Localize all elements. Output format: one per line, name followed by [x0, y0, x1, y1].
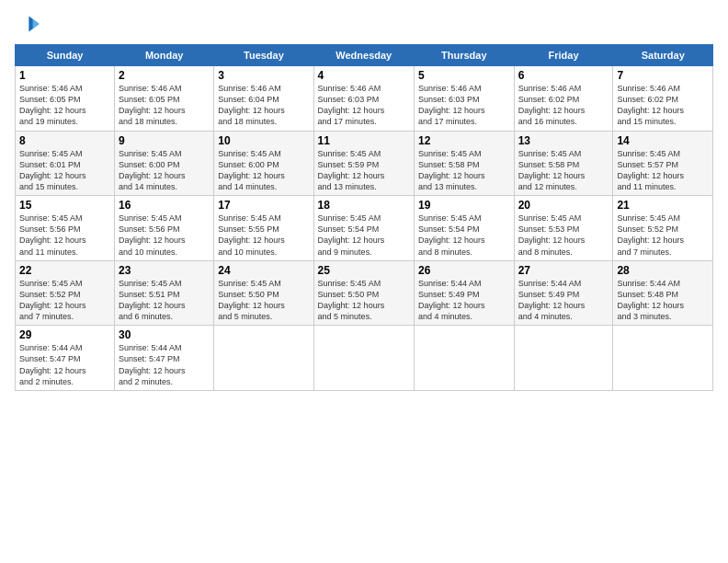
- logo-icon: [15, 11, 40, 37]
- calendar-cell: 29Sunrise: 5:44 AM Sunset: 5:47 PM Dayli…: [16, 326, 115, 391]
- calendar-cell: 30Sunrise: 5:44 AM Sunset: 5:47 PM Dayli…: [115, 326, 214, 391]
- calendar-cell: 16Sunrise: 5:45 AM Sunset: 5:56 PM Dayli…: [115, 196, 214, 261]
- day-info: Sunrise: 5:44 AM Sunset: 5:47 PM Dayligh…: [19, 342, 110, 387]
- calendar-cell: 26Sunrise: 5:44 AM Sunset: 5:49 PM Dayli…: [414, 260, 514, 326]
- calendar-cell: 27Sunrise: 5:44 AM Sunset: 5:49 PM Dayli…: [514, 260, 613, 326]
- day-number: 24: [218, 264, 309, 277]
- day-number: 25: [318, 264, 410, 277]
- day-number: 14: [617, 134, 709, 147]
- calendar-cell: 17Sunrise: 5:45 AM Sunset: 5:55 PM Dayli…: [214, 196, 313, 261]
- day-info: Sunrise: 5:45 AM Sunset: 5:52 PM Dayligh…: [617, 213, 709, 258]
- week-row-4: 22Sunrise: 5:45 AM Sunset: 5:52 PM Dayli…: [16, 260, 713, 326]
- day-number: 16: [119, 199, 210, 212]
- day-info: Sunrise: 5:45 AM Sunset: 5:58 PM Dayligh…: [518, 148, 609, 193]
- day-info: Sunrise: 5:46 AM Sunset: 6:04 PM Dayligh…: [218, 83, 309, 128]
- week-row-1: 1Sunrise: 5:46 AM Sunset: 6:05 PM Daylig…: [16, 66, 713, 132]
- calendar-cell: [514, 326, 613, 391]
- day-info: Sunrise: 5:45 AM Sunset: 5:53 PM Dayligh…: [518, 213, 609, 258]
- day-number: 19: [418, 199, 510, 212]
- day-info: Sunrise: 5:44 AM Sunset: 5:47 PM Dayligh…: [119, 342, 210, 387]
- calendar-cell: 25Sunrise: 5:45 AM Sunset: 5:50 PM Dayli…: [313, 260, 414, 326]
- calendar-cell: 22Sunrise: 5:45 AM Sunset: 5:52 PM Dayli…: [16, 260, 115, 326]
- calendar-cell: 20Sunrise: 5:45 AM Sunset: 5:53 PM Dayli…: [514, 196, 613, 261]
- calendar-cell: 23Sunrise: 5:45 AM Sunset: 5:51 PM Dayli…: [115, 260, 214, 326]
- col-header-tuesday: Tuesday: [214, 45, 313, 66]
- day-info: Sunrise: 5:45 AM Sunset: 5:56 PM Dayligh…: [19, 213, 110, 258]
- col-header-saturday: Saturday: [613, 45, 713, 66]
- calendar-cell: 14Sunrise: 5:45 AM Sunset: 5:57 PM Dayli…: [613, 131, 713, 196]
- calendar-cell: 13Sunrise: 5:45 AM Sunset: 5:58 PM Dayli…: [514, 131, 613, 196]
- day-number: 18: [318, 199, 410, 212]
- day-info: Sunrise: 5:46 AM Sunset: 6:05 PM Dayligh…: [19, 83, 110, 128]
- day-number: 11: [318, 134, 410, 147]
- day-number: 30: [119, 328, 210, 341]
- day-number: 7: [617, 69, 709, 82]
- calendar-cell: 7Sunrise: 5:46 AM Sunset: 6:02 PM Daylig…: [613, 66, 713, 132]
- calendar-cell: 8Sunrise: 5:45 AM Sunset: 6:01 PM Daylig…: [16, 131, 115, 196]
- day-number: 8: [19, 134, 110, 147]
- calendar-cell: 5Sunrise: 5:46 AM Sunset: 6:03 PM Daylig…: [414, 66, 514, 132]
- calendar-cell: 21Sunrise: 5:45 AM Sunset: 5:52 PM Dayli…: [613, 196, 713, 261]
- day-info: Sunrise: 5:45 AM Sunset: 5:55 PM Dayligh…: [218, 213, 309, 258]
- day-info: Sunrise: 5:45 AM Sunset: 5:54 PM Dayligh…: [318, 213, 410, 258]
- day-info: Sunrise: 5:44 AM Sunset: 5:48 PM Dayligh…: [617, 278, 709, 323]
- day-info: Sunrise: 5:46 AM Sunset: 6:05 PM Dayligh…: [119, 83, 210, 128]
- day-info: Sunrise: 5:46 AM Sunset: 6:03 PM Dayligh…: [418, 83, 510, 128]
- week-row-3: 15Sunrise: 5:45 AM Sunset: 5:56 PM Dayli…: [16, 196, 713, 261]
- day-info: Sunrise: 5:45 AM Sunset: 5:54 PM Dayligh…: [418, 213, 510, 258]
- calendar-cell: 1Sunrise: 5:46 AM Sunset: 6:05 PM Daylig…: [16, 66, 115, 132]
- calendar-cell: 4Sunrise: 5:46 AM Sunset: 6:03 PM Daylig…: [313, 66, 414, 132]
- day-info: Sunrise: 5:45 AM Sunset: 5:59 PM Dayligh…: [318, 148, 410, 193]
- calendar-cell: 18Sunrise: 5:45 AM Sunset: 5:54 PM Dayli…: [313, 196, 414, 261]
- day-number: 10: [218, 134, 309, 147]
- day-info: Sunrise: 5:46 AM Sunset: 6:02 PM Dayligh…: [617, 83, 709, 128]
- day-number: 2: [119, 69, 210, 82]
- day-number: 29: [19, 328, 110, 341]
- col-header-sunday: Sunday: [16, 45, 115, 66]
- col-header-monday: Monday: [115, 45, 214, 66]
- col-header-thursday: Thursday: [414, 45, 514, 66]
- calendar-cell: 2Sunrise: 5:46 AM Sunset: 6:05 PM Daylig…: [115, 66, 214, 132]
- day-number: 13: [518, 134, 609, 147]
- day-number: 9: [119, 134, 210, 147]
- calendar-cell: 9Sunrise: 5:45 AM Sunset: 6:00 PM Daylig…: [115, 131, 214, 196]
- day-info: Sunrise: 5:45 AM Sunset: 6:01 PM Dayligh…: [19, 148, 110, 193]
- day-number: 21: [617, 199, 709, 212]
- calendar-cell: [613, 326, 713, 391]
- calendar-cell: [313, 326, 414, 391]
- day-info: Sunrise: 5:45 AM Sunset: 5:52 PM Dayligh…: [19, 278, 110, 323]
- calendar-cell: 19Sunrise: 5:45 AM Sunset: 5:54 PM Dayli…: [414, 196, 514, 261]
- day-number: 15: [19, 199, 110, 212]
- day-info: Sunrise: 5:45 AM Sunset: 5:50 PM Dayligh…: [318, 278, 410, 323]
- week-row-5: 29Sunrise: 5:44 AM Sunset: 5:47 PM Dayli…: [16, 326, 713, 391]
- day-number: 5: [418, 69, 510, 82]
- day-number: 26: [418, 264, 510, 277]
- day-number: 23: [119, 264, 210, 277]
- day-number: 1: [19, 69, 110, 82]
- day-info: Sunrise: 5:46 AM Sunset: 6:02 PM Dayligh…: [518, 83, 609, 128]
- calendar-cell: [414, 326, 514, 391]
- day-number: 3: [218, 69, 309, 82]
- day-number: 20: [518, 199, 609, 212]
- day-number: 4: [318, 69, 410, 82]
- day-info: Sunrise: 5:46 AM Sunset: 6:03 PM Dayligh…: [318, 83, 410, 128]
- calendar-cell: 11Sunrise: 5:45 AM Sunset: 5:59 PM Dayli…: [313, 131, 414, 196]
- day-number: 27: [518, 264, 609, 277]
- day-number: 17: [218, 199, 309, 212]
- col-header-wednesday: Wednesday: [313, 45, 414, 66]
- day-number: 6: [518, 69, 609, 82]
- calendar-cell: [214, 326, 313, 391]
- calendar-cell: 3Sunrise: 5:46 AM Sunset: 6:04 PM Daylig…: [214, 66, 313, 132]
- logo: [15, 11, 44, 37]
- page: SundayMondayTuesdayWednesdayThursdayFrid…: [0, 0, 728, 563]
- day-info: Sunrise: 5:45 AM Sunset: 6:00 PM Dayligh…: [218, 148, 309, 193]
- day-info: Sunrise: 5:45 AM Sunset: 5:56 PM Dayligh…: [119, 213, 210, 258]
- calendar-cell: 28Sunrise: 5:44 AM Sunset: 5:48 PM Dayli…: [613, 260, 713, 326]
- day-info: Sunrise: 5:45 AM Sunset: 5:50 PM Dayligh…: [218, 278, 309, 323]
- day-info: Sunrise: 5:44 AM Sunset: 5:49 PM Dayligh…: [418, 278, 510, 323]
- day-info: Sunrise: 5:45 AM Sunset: 6:00 PM Dayligh…: [119, 148, 210, 193]
- day-number: 12: [418, 134, 510, 147]
- day-number: 22: [19, 264, 110, 277]
- day-number: 28: [617, 264, 709, 277]
- calendar-cell: 12Sunrise: 5:45 AM Sunset: 5:58 PM Dayli…: [414, 131, 514, 196]
